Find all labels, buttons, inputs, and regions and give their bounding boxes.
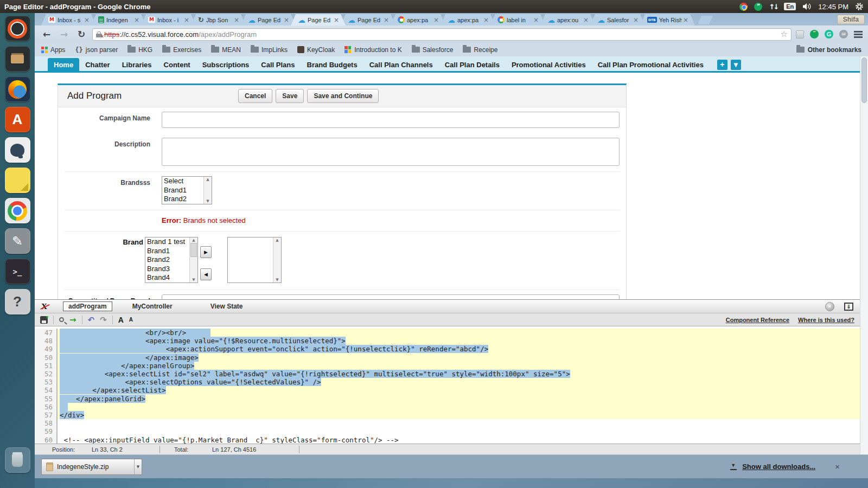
nav-tab-libraries[interactable]: Libraries — [116, 58, 158, 71]
network-icon[interactable]: ↑↓ — [769, 3, 777, 11]
tab-close-icon[interactable]: × — [134, 16, 139, 24]
forward-button[interactable]: → — [58, 29, 71, 40]
terminal-launcher-icon[interactable]: >_ — [5, 259, 30, 284]
description-textarea[interactable] — [162, 138, 620, 166]
bookmark-item[interactable]: Exercises — [162, 46, 201, 54]
campaign-name-input[interactable] — [162, 112, 620, 128]
goto-icon[interactable]: → — [69, 315, 76, 325]
browser-tab[interactable]: label in× — [490, 14, 545, 25]
trash-launcher-icon[interactable] — [5, 447, 30, 473]
postgres-launcher-icon[interactable] — [5, 137, 30, 163]
page-scrollbar-thumb[interactable] — [861, 57, 867, 103]
grammarly-extension-icon[interactable]: G — [825, 30, 833, 38]
search-icon[interactable] — [59, 317, 64, 322]
brand-available-scrollbar[interactable]: ▲▼ — [189, 237, 197, 282]
bookmark-item[interactable]: Introduction to K — [344, 46, 401, 54]
bookmark-item[interactable]: {}json parser — [75, 46, 118, 54]
chrome-menu-icon[interactable] — [854, 31, 863, 38]
back-button[interactable]: ← — [40, 29, 53, 40]
help-launcher-icon[interactable]: ? — [5, 289, 30, 314]
bookmark-item[interactable]: MEAN — [211, 46, 241, 54]
chrome-tray-icon[interactable] — [739, 3, 748, 11]
editor-close-x-icon[interactable]: X — [41, 302, 52, 311]
other-bookmarks-button[interactable]: Other bookmarks — [796, 46, 861, 54]
browser-tab[interactable]: DTBYeh Rish× — [640, 14, 695, 25]
volume-icon[interactable] — [802, 3, 812, 10]
profile-name-chip[interactable]: Shifa — [837, 15, 865, 24]
cancel-button[interactable]: Cancel — [238, 89, 272, 103]
hangouts-tray-icon[interactable]: ” — [754, 3, 762, 11]
tab-close-icon[interactable]: × — [433, 16, 439, 24]
nav-tab-home[interactable]: Home — [48, 58, 79, 71]
url-bar[interactable]: × https://c.cs52.visual.force.com/apex/a… — [92, 28, 792, 41]
browser-tab[interactable]: apex:pa× — [391, 14, 445, 25]
bookmark-item[interactable]: Receipe — [463, 46, 497, 54]
new-tab-button[interactable] — [698, 16, 713, 24]
nav-tab-subscriptions[interactable]: Subscriptions — [196, 58, 256, 71]
tab-close-icon[interactable]: × — [533, 16, 539, 24]
code-area[interactable]: 47 <br/><br/> 48 <apex:image value="{!$R… — [35, 326, 860, 444]
browser-tab[interactable]: ☁Salesfor× — [590, 14, 645, 25]
tab-close-icon[interactable]: × — [583, 16, 589, 24]
bookmark-item[interactable]: HKG — [127, 46, 152, 54]
tab-close-icon[interactable]: × — [284, 16, 289, 24]
tab-menu-caret-icon[interactable]: ▼ — [731, 60, 741, 70]
download-item-caret-icon[interactable]: ▼ — [134, 459, 142, 474]
brandsss-listbox[interactable]: SelectBrand1Brand2 ▲▼ — [162, 176, 212, 204]
move-right-button[interactable]: ▶ — [200, 246, 212, 258]
show-all-downloads-link[interactable]: Show all downloads... — [742, 463, 815, 471]
browser-tab[interactable]: ☁Page Ed× — [291, 14, 346, 25]
hangouts-extension-icon[interactable]: ” — [810, 30, 819, 38]
bookmark-item[interactable]: ImpLinks — [251, 46, 288, 54]
select-option[interactable]: Brand1 — [164, 186, 203, 195]
save-icon[interactable] — [40, 316, 48, 324]
save-and-continue-button[interactable]: Save and Continue — [307, 89, 379, 103]
nav-tab-chatter[interactable]: Chatter — [79, 58, 116, 71]
tab-close-icon[interactable]: × — [683, 16, 688, 24]
select-option[interactable]: Select — [164, 177, 203, 186]
nav-tab-promotional-activities[interactable]: Promotional Activities — [506, 58, 592, 71]
nav-tab-call-plan-channels[interactable]: Call Plan Channels — [363, 58, 439, 71]
firefox-launcher-icon[interactable] — [5, 76, 30, 102]
brand-available-listbox[interactable]: Brand 1 testBrand1Brand2Brand3Brand4 ▲▼ — [145, 237, 198, 283]
bookmark-item[interactable]: Apps — [41, 46, 65, 54]
settings-gear-icon[interactable] — [855, 2, 864, 11]
tab-close-icon[interactable]: × — [84, 16, 90, 24]
insecure-lock-icon[interactable]: × — [96, 31, 102, 37]
tab-close-icon[interactable]: × — [384, 16, 389, 24]
select-option[interactable]: Brand4 — [147, 273, 189, 282]
bookmark-item[interactable]: Salesforce — [412, 46, 454, 54]
reload-button[interactable]: ↻ — [75, 29, 88, 40]
editor-launcher-icon[interactable]: ✎ — [5, 228, 30, 254]
select-option[interactable]: Brand 1 test — [147, 237, 189, 247]
font-increase-icon[interactable]: A — [118, 316, 124, 324]
tab-close-icon[interactable]: × — [633, 16, 639, 24]
where-is-this-used--link[interactable]: Where is this used? — [798, 317, 854, 323]
browser-tab[interactable]: ☁apex:ou× — [540, 14, 595, 25]
browser-tab[interactable]: MInbox - s× — [41, 14, 96, 25]
save-button[interactable]: Save — [276, 89, 304, 103]
editor-tab-addprogram[interactable]: addProgram — [63, 301, 112, 311]
bookmark-item[interactable]: KeyCloak — [297, 46, 335, 54]
chrome-launcher-icon[interactable] — [5, 198, 30, 223]
notes-launcher-icon[interactable] — [5, 168, 30, 193]
browser-tab[interactable]: MInbox - i× — [141, 14, 196, 25]
nav-tab-call-plan-details[interactable]: Call Plan Details — [439, 58, 506, 71]
nav-tab-content[interactable]: Content — [158, 58, 196, 71]
browser-tab[interactable]: ☁Page Ed× — [341, 14, 395, 25]
downloads-bar-close-icon[interactable]: × — [835, 462, 840, 471]
bookmark-star-icon[interactable]: ☆ — [781, 29, 788, 39]
software-launcher-icon[interactable]: A — [5, 107, 30, 132]
page-scrollbar[interactable] — [860, 56, 868, 454]
move-left-button[interactable]: ◀ — [200, 268, 212, 280]
files-launcher-icon[interactable] — [5, 46, 30, 72]
add-tab-button[interactable]: + — [717, 60, 727, 70]
ubuntu-launcher-icon[interactable] — [5, 16, 30, 41]
extension-cube-icon[interactable] — [796, 30, 804, 38]
browser-tab[interactable]: ↻Jbp Son× — [191, 14, 246, 25]
redo-icon[interactable]: ↷ — [100, 315, 107, 325]
select-option[interactable]: Brand1 — [147, 247, 189, 256]
font-decrease-icon[interactable]: A — [129, 317, 133, 323]
nav-tab-call-plan-promotional-activities[interactable]: Call Plan Promotional Activities — [592, 58, 710, 71]
brand-selected-scrollbar[interactable]: ▲▼ — [273, 237, 281, 282]
